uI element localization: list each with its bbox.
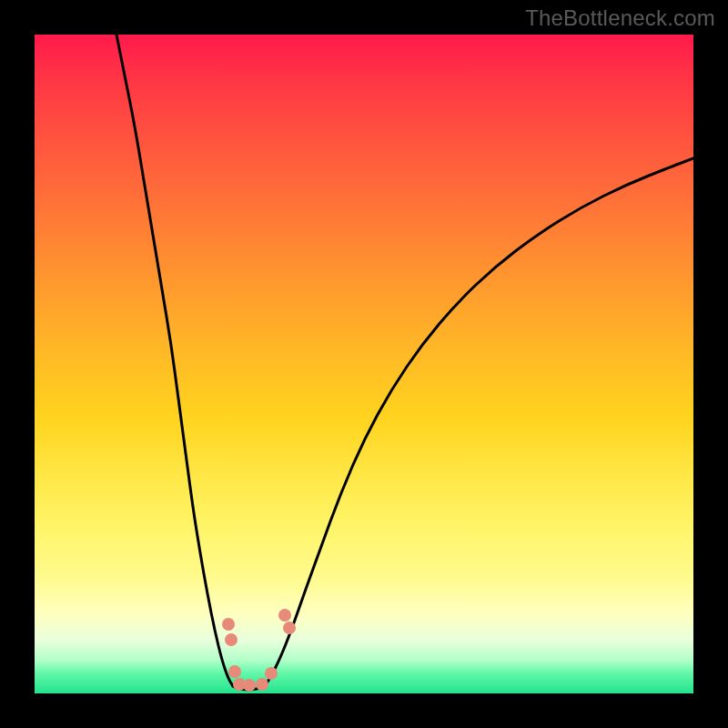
data-marker-2 bbox=[228, 665, 241, 678]
data-marker-0 bbox=[222, 618, 235, 631]
watermark-text: TheBottleneck.com bbox=[525, 5, 715, 31]
data-marker-1 bbox=[225, 633, 238, 646]
curve-right-branch bbox=[265, 158, 693, 686]
data-marker-8 bbox=[283, 622, 296, 634]
data-marker-5 bbox=[256, 678, 268, 691]
data-marker-4 bbox=[243, 679, 256, 692]
data-marker-6 bbox=[265, 667, 278, 680]
chart-frame: TheBottleneck.com bbox=[0, 0, 728, 728]
curve-layer bbox=[35, 35, 693, 693]
curve-left-branch bbox=[116, 35, 233, 686]
plot-area bbox=[35, 35, 693, 693]
data-marker-7 bbox=[278, 609, 291, 622]
